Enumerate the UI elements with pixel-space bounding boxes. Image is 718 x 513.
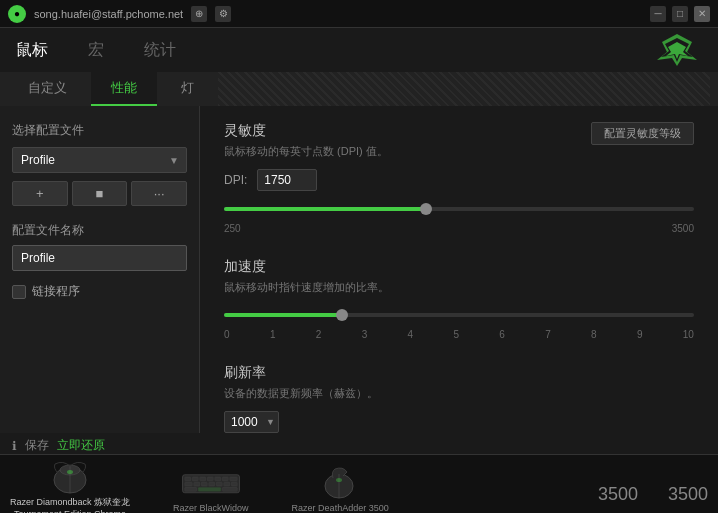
- restore-link[interactable]: 立即还原: [57, 437, 105, 454]
- footer-dpi-badge-2: 3500: [668, 484, 708, 505]
- dpi-max-label: 3500: [672, 223, 694, 234]
- device-img-deathadder: [310, 463, 370, 503]
- accel-label-10: 10: [683, 329, 694, 340]
- polling-desc: 设备的数据更新频率（赫兹）。: [224, 386, 694, 401]
- minimize-button[interactable]: ─: [650, 6, 666, 22]
- svg-rect-16: [216, 482, 222, 486]
- profile-select[interactable]: Profile: [12, 147, 187, 173]
- device-name-blackwidow: Razer BlackWidow黑寡妇 Tournament Edition C…: [140, 503, 282, 513]
- mouse-icon-diamondback: [43, 458, 98, 496]
- sub-nav-tab-performance[interactable]: 性能: [91, 72, 157, 106]
- title-bar-email: song.huafei@staff.pchome.net: [34, 8, 183, 20]
- footer-dpi-badge-1: 3500: [598, 484, 638, 505]
- main-nav: 鼠标 宏 统计: [0, 28, 718, 72]
- dpi-input[interactable]: [257, 169, 317, 191]
- checkbox-row: 链接程序: [12, 283, 187, 300]
- acceleration-section: 加速度 鼠标移动时指针速度增加的比率。 0 1 2 3 4 5 6 7 8 9 …: [224, 258, 694, 340]
- razer-logo: [652, 32, 702, 68]
- dpi-slider-thumb[interactable]: [420, 203, 432, 215]
- sub-nav-tab-customize[interactable]: 自定义: [8, 72, 87, 106]
- svg-rect-11: [230, 477, 238, 481]
- dpi-slider-container[interactable]: [224, 199, 694, 219]
- main-nav-tab-macro[interactable]: 宏: [88, 36, 104, 65]
- settings-icon[interactable]: ⚙: [215, 6, 231, 22]
- main-nav-tab-mouse[interactable]: 鼠标: [16, 36, 48, 65]
- svg-rect-8: [207, 477, 213, 481]
- dpi-label: DPI:: [224, 173, 247, 187]
- bottom-bar-device-deathadder[interactable]: Razer DeathAdder 3500炼狱奎龙 3500: [292, 463, 389, 513]
- device-img-diamondback: [40, 457, 100, 497]
- wifi-icon[interactable]: ⊕: [191, 6, 207, 22]
- accel-label-3: 3: [362, 329, 368, 340]
- svg-rect-7: [200, 477, 206, 481]
- sensitivity-desc: 鼠标移动的每英寸点数 (DPI) 值。: [224, 144, 388, 159]
- accel-label-8: 8: [591, 329, 597, 340]
- bottom-bar-device-diamondback[interactable]: Razer Diamondback 炼狱奎龙Tournament Edition…: [10, 457, 130, 513]
- device-img-blackwidow: [181, 463, 241, 503]
- keyboard-icon-blackwidow: [181, 464, 241, 502]
- dpi-row: DPI:: [224, 169, 694, 191]
- svg-rect-6: [192, 477, 198, 481]
- main-nav-tab-stats[interactable]: 统计: [144, 36, 176, 65]
- svg-rect-18: [231, 482, 237, 486]
- polling-dropdown-row: 125 500 1000 ▼: [224, 411, 694, 433]
- profile-name-input[interactable]: [12, 245, 187, 271]
- accel-label-9: 9: [637, 329, 643, 340]
- accel-slider-thumb[interactable]: [336, 309, 348, 321]
- main-nav-tabs: 鼠标 宏 统计: [16, 36, 176, 65]
- accel-slider-container[interactable]: [224, 305, 694, 325]
- svg-point-24: [336, 478, 342, 482]
- device-name-diamondback: Razer Diamondback 炼狱奎龙Tournament Edition…: [10, 497, 130, 513]
- svg-rect-14: [201, 482, 207, 486]
- more-profile-button[interactable]: ···: [131, 181, 187, 206]
- title-bar-left: ● song.huafei@staff.pchome.net ⊕ ⚙: [8, 5, 231, 23]
- right-panel: 灵敏度 鼠标移动的每英寸点数 (DPI) 值。 配置灵敏度等级 DPI: 250…: [200, 106, 718, 433]
- accel-slider-fill: [224, 313, 342, 317]
- bottom-bar: Razer Diamondback 炼狱奎龙Tournament Edition…: [0, 454, 718, 513]
- polling-select[interactable]: 125 500 1000: [224, 411, 279, 433]
- accel-slider-track: [224, 313, 694, 317]
- footer-dpi-number-2: 3500: [668, 484, 708, 505]
- dpi-min-label: 250: [224, 223, 241, 234]
- footer-dpi-number-1: 3500: [598, 484, 638, 505]
- sub-nav: 自定义 性能 灯: [0, 72, 718, 106]
- accel-label-2: 2: [316, 329, 322, 340]
- link-program-label: 链接程序: [32, 283, 80, 300]
- link-program-checkbox[interactable]: [12, 285, 26, 299]
- svg-rect-15: [209, 482, 215, 486]
- profile-buttons: + ■ ···: [12, 181, 187, 206]
- accel-label-6: 6: [499, 329, 505, 340]
- svg-point-3: [67, 470, 73, 474]
- info-icon: ℹ: [12, 439, 17, 453]
- svg-rect-9: [215, 477, 221, 481]
- content-area: 选择配置文件 Profile ▼ + ■ ··· 配置文件名称 链接程序 灵敏度…: [0, 106, 718, 433]
- sensitivity-title: 灵敏度: [224, 122, 388, 140]
- sub-nav-tab-lights[interactable]: 灯: [161, 72, 214, 106]
- bottom-footer-filler: 3500 3500: [399, 484, 708, 505]
- delete-profile-button[interactable]: ■: [72, 181, 128, 206]
- mouse-icon-deathadder: [313, 464, 368, 502]
- user-avatar: ●: [8, 5, 26, 23]
- dpi-slider-track: [224, 207, 694, 211]
- svg-rect-10: [222, 477, 228, 481]
- polling-section: 刷新率 设备的数据更新频率（赫兹）。 125 500 1000 ▼: [224, 364, 694, 433]
- config-dpi-button[interactable]: 配置灵敏度等级: [591, 122, 694, 145]
- maximize-button[interactable]: □: [672, 6, 688, 22]
- profile-select-label: 选择配置文件: [12, 122, 187, 139]
- svg-rect-20: [198, 487, 221, 491]
- bottom-bar-device-blackwidow[interactable]: Razer BlackWidow黑寡妇 Tournament Edition C…: [140, 463, 282, 513]
- accel-label-7: 7: [545, 329, 551, 340]
- svg-rect-17: [224, 482, 230, 486]
- profile-select-wrapper: Profile ▼: [12, 147, 187, 173]
- add-profile-button[interactable]: +: [12, 181, 68, 206]
- profile-name-label: 配置文件名称: [12, 222, 187, 239]
- close-button[interactable]: ✕: [694, 6, 710, 22]
- svg-rect-19: [185, 487, 197, 491]
- svg-rect-21: [222, 487, 237, 491]
- save-label: 保存: [25, 437, 49, 454]
- title-bar: ● song.huafei@staff.pchome.net ⊕ ⚙ ─ □ ✕: [0, 0, 718, 28]
- svg-rect-5: [185, 477, 191, 481]
- device-name-deathadder: Razer DeathAdder 3500炼狱奎龙 3500: [292, 503, 389, 513]
- acceleration-desc: 鼠标移动时指针速度增加的比率。: [224, 280, 694, 295]
- window-controls: ─ □ ✕: [650, 6, 710, 22]
